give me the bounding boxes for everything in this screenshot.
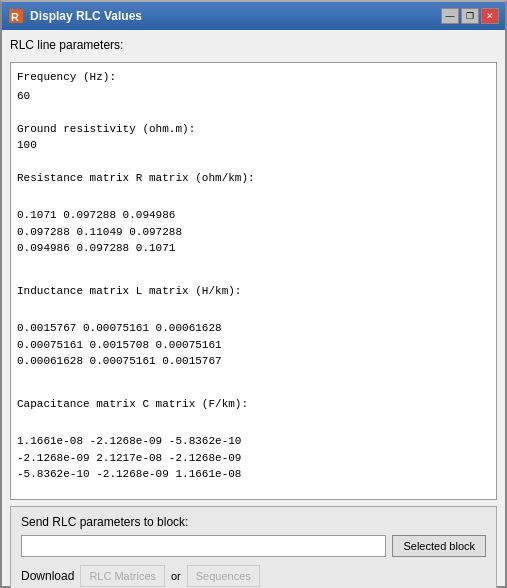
resistance-row-3: 0.094986 0.097288 0.1071 <box>17 240 490 257</box>
main-window: R Display RLC Values — ❐ ✕ RLC line para… <box>0 0 507 588</box>
rlc-display-area[interactable]: Frequency (Hz): 60 Ground resistivity (o… <box>10 62 497 500</box>
frequency-label: Frequency (Hz): <box>17 69 490 86</box>
capacitance-row-2: -2.1268e-09 2.1217e-08 -2.1268e-09 <box>17 450 490 467</box>
resistance-section: Resistance matrix R matrix (ohm/km): 0.1… <box>17 170 490 257</box>
inductance-section: Inductance matrix L matrix (H/km): 0.001… <box>17 283 490 370</box>
window-content: RLC line parameters: Frequency (Hz): 60 … <box>2 30 505 588</box>
selected-block-button[interactable]: Selected block <box>392 535 486 557</box>
minimize-button[interactable]: — <box>441 8 459 24</box>
svg-text:R: R <box>11 11 19 23</box>
resistance-label: Resistance matrix R matrix (ohm/km): <box>17 170 490 187</box>
sequences-button[interactable]: Sequences <box>187 565 260 587</box>
resistance-row-1: 0.1071 0.097288 0.094986 <box>17 207 490 224</box>
window-icon: R <box>8 8 24 24</box>
window-controls: — ❐ ✕ <box>441 8 499 24</box>
capacitance-section: Capacitance matrix C matrix (F/km): 1.16… <box>17 396 490 483</box>
resistance-row-2: 0.097288 0.11049 0.097288 <box>17 224 490 241</box>
block-name-input[interactable] <box>21 535 386 557</box>
or-text: or <box>171 570 181 582</box>
bottom-panel: Send RLC parameters to block: Selected b… <box>10 506 497 589</box>
ground-label: Ground resistivity (ohm.m): <box>17 121 490 138</box>
rlc-matrices-button[interactable]: RLC Matrices <box>80 565 165 587</box>
frequency-value: 60 <box>17 88 490 105</box>
capacitance-row-1: 1.1661e-08 -2.1268e-09 -5.8362e-10 <box>17 433 490 450</box>
capacitance-row-3: -5.8362e-10 -2.1268e-09 1.1661e-08 <box>17 466 490 483</box>
inductance-row-3: 0.00061628 0.00075161 0.0015767 <box>17 353 490 370</box>
download-label: Download <box>21 569 74 583</box>
download-row: Download RLC Matrices or Sequences <box>21 565 486 587</box>
section-label: RLC line parameters: <box>10 38 497 52</box>
inductance-row-2: 0.00075161 0.0015708 0.00075161 <box>17 337 490 354</box>
ground-value: 100 <box>17 137 490 154</box>
capacitance-label: Capacitance matrix C matrix (F/km): <box>17 396 490 413</box>
send-row: Selected block <box>21 535 486 557</box>
window-title: Display RLC Values <box>30 9 441 23</box>
restore-button[interactable]: ❐ <box>461 8 479 24</box>
inductance-row-1: 0.0015767 0.00075161 0.00061628 <box>17 320 490 337</box>
inductance-label: Inductance matrix L matrix (H/km): <box>17 283 490 300</box>
send-label: Send RLC parameters to block: <box>21 515 486 529</box>
title-bar: R Display RLC Values — ❐ ✕ <box>2 2 505 30</box>
close-title-button[interactable]: ✕ <box>481 8 499 24</box>
